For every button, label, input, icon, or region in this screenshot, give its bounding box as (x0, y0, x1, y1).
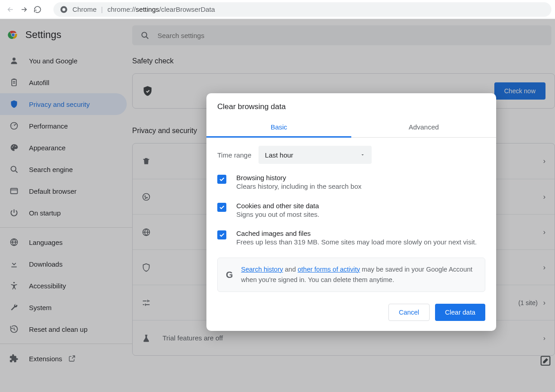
other-activity-link[interactable]: other forms of activity (298, 266, 360, 273)
forward-button[interactable] (17, 3, 31, 16)
edit-fab-icon[interactable] (540, 355, 552, 368)
signin-info-box: G Search history and other forms of acti… (217, 258, 485, 292)
checkbox[interactable] (217, 203, 226, 212)
option-desc: Clears history, including in the search … (236, 182, 362, 192)
modal-tabs: Basic Advanced (206, 118, 496, 138)
option-desc: Frees up less than 319 MB. Some sites ma… (236, 237, 477, 248)
cancel-button[interactable]: Cancel (388, 304, 430, 321)
arrow-right-icon (20, 5, 28, 14)
url-text: chrome://settings/clearBrowserData (107, 5, 215, 13)
checkbox[interactable] (217, 175, 226, 184)
tab-basic[interactable]: Basic (206, 118, 351, 137)
address-divider: | (101, 5, 103, 13)
reload-icon (33, 5, 42, 14)
chrome-icon (60, 5, 68, 14)
option-desc: Signs you out of most sites. (236, 210, 319, 220)
search-history-link[interactable]: Search history (241, 266, 283, 273)
time-range-select[interactable]: Last hour (258, 146, 372, 164)
clear-browsing-data-modal: Clear browsing data Basic Advanced Time … (206, 93, 496, 331)
clear-option-row: Cookies and other site dataSigns you out… (217, 202, 485, 220)
clear-data-button[interactable]: Clear data (435, 304, 485, 321)
clear-option-row: Browsing historyClears history, includin… (217, 174, 485, 192)
svg-point-1 (62, 8, 66, 11)
browser-toolbar: Chrome | chrome://settings/clearBrowserD… (0, 0, 555, 19)
google-g-icon: G (226, 268, 233, 282)
info-text: Search history and other forms of activi… (241, 264, 477, 285)
chevron-down-icon (360, 152, 365, 158)
time-range-value: Last hour (265, 151, 293, 159)
option-title: Cookies and other site data (236, 202, 319, 210)
arrow-left-icon (6, 5, 14, 14)
address-app: Chrome (72, 5, 96, 13)
tab-advanced[interactable]: Advanced (351, 118, 496, 137)
clear-option-row: Cached images and filesFrees up less tha… (217, 229, 485, 248)
checkbox[interactable] (217, 230, 226, 239)
address-bar[interactable]: Chrome | chrome://settings/clearBrowserD… (53, 2, 551, 17)
option-title: Cached images and files (236, 229, 477, 237)
option-title: Browsing history (236, 174, 362, 182)
modal-title: Clear browsing data (206, 93, 496, 118)
time-range-label: Time range (217, 151, 251, 159)
reload-button[interactable] (31, 3, 44, 16)
back-button[interactable] (4, 3, 17, 16)
